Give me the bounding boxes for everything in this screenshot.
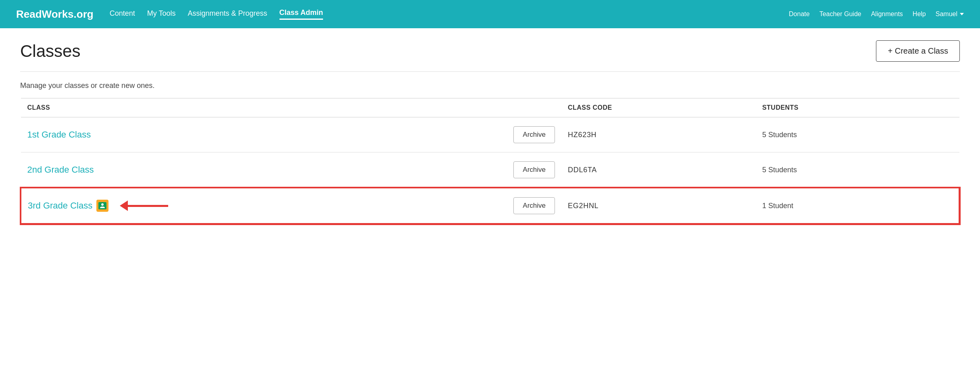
class-link-1st[interactable]: 1st Grade Class: [27, 129, 91, 140]
header-left: ReadWorks.org Content My Tools Assignmen…: [16, 8, 323, 21]
donate-link[interactable]: Donate: [789, 10, 810, 18]
main-content: Classes + Create a Class Manage your cla…: [0, 28, 980, 236]
col-header-students: STUDENTS: [756, 98, 959, 117]
students-count-1st: 5 Students: [762, 131, 797, 139]
class-code-1st: HZ623H: [568, 131, 596, 139]
logo[interactable]: ReadWorks.org: [16, 8, 94, 21]
archive-button-1st[interactable]: Archive: [513, 126, 555, 143]
teacher-guide-link[interactable]: Teacher Guide: [819, 10, 861, 18]
class-link-3rd-text: 3rd Grade Class: [28, 200, 92, 211]
table-header-row: CLASS CLASS CODE STUDENTS: [21, 98, 959, 117]
archive-cell: Archive: [507, 152, 561, 188]
class-code-cell: DDL6TA: [561, 152, 756, 188]
classes-table: CLASS CLASS CODE STUDENTS 1st Grade Clas…: [20, 98, 960, 224]
header-right: Donate Teacher Guide Alignments Help Sam…: [789, 10, 964, 18]
alignments-link[interactable]: Alignments: [871, 10, 903, 18]
arrow-head: [120, 200, 128, 211]
arrow-line: [128, 205, 168, 207]
table-row-highlighted: 3rd Grade Class: [21, 188, 959, 224]
red-arrow: [120, 200, 168, 211]
students-cell: 5 Students: [756, 117, 959, 152]
class-name-cell: 2nd Grade Class: [21, 152, 507, 188]
archive-button-2nd[interactable]: Archive: [513, 161, 555, 178]
nav-my-tools[interactable]: My Tools: [147, 9, 176, 19]
col-header-class: CLASS: [21, 98, 507, 117]
archive-cell: Archive: [507, 117, 561, 152]
subtitle-text: Manage your classes or create new ones.: [20, 81, 960, 90]
class-cell-inner: 2nd Grade Class: [27, 165, 501, 175]
col-header-code: CLASS CODE: [561, 98, 756, 117]
class-code-3rd: EG2HNL: [568, 202, 598, 210]
archive-button-3rd[interactable]: Archive: [513, 197, 555, 214]
table-row: 2nd Grade Class Archive DDL6TA 5 Student…: [21, 152, 959, 188]
user-dropdown-arrow: [960, 13, 964, 15]
class-name-cell: 1st Grade Class: [21, 117, 507, 152]
class-cell-inner: 3rd Grade Class: [28, 200, 500, 212]
class-name-cell-highlighted: 3rd Grade Class: [21, 188, 507, 224]
user-name: Samuel: [936, 10, 957, 18]
gc-icon-svg: [98, 202, 106, 209]
header: ReadWorks.org Content My Tools Assignmen…: [0, 0, 980, 28]
help-link[interactable]: Help: [913, 10, 926, 18]
table-row: 1st Grade Class Archive HZ623H 5 Student…: [21, 117, 959, 152]
gc-head: [101, 203, 104, 206]
google-classroom-icon: [96, 200, 108, 212]
nav-content[interactable]: Content: [110, 9, 135, 19]
page-title: Classes: [20, 42, 80, 61]
students-cell-highlighted: 1 Student: [756, 188, 959, 224]
students-count-3rd: 1 Student: [762, 202, 793, 210]
create-class-button[interactable]: + Create a Class: [876, 40, 960, 62]
user-menu[interactable]: Samuel: [936, 10, 964, 18]
class-code-2nd: DDL6TA: [568, 166, 597, 174]
class-cell-inner: 1st Grade Class: [27, 129, 501, 140]
class-link-2nd[interactable]: 2nd Grade Class: [27, 165, 94, 175]
col-header-action: [507, 98, 561, 117]
class-code-cell: HZ623H: [561, 117, 756, 152]
nav-assignments-progress[interactable]: Assignments & Progress: [188, 9, 267, 19]
class-link-3rd[interactable]: 3rd Grade Class: [28, 200, 108, 212]
archive-cell-highlighted: Archive: [507, 188, 561, 224]
nav-class-admin[interactable]: Class Admin: [279, 8, 323, 20]
main-nav: Content My Tools Assignments & Progress …: [110, 8, 323, 20]
class-code-cell-highlighted: EG2HNL: [561, 188, 756, 224]
page-title-row: Classes + Create a Class: [20, 40, 960, 72]
students-cell: 5 Students: [756, 152, 959, 188]
students-count-2nd: 5 Students: [762, 166, 797, 174]
